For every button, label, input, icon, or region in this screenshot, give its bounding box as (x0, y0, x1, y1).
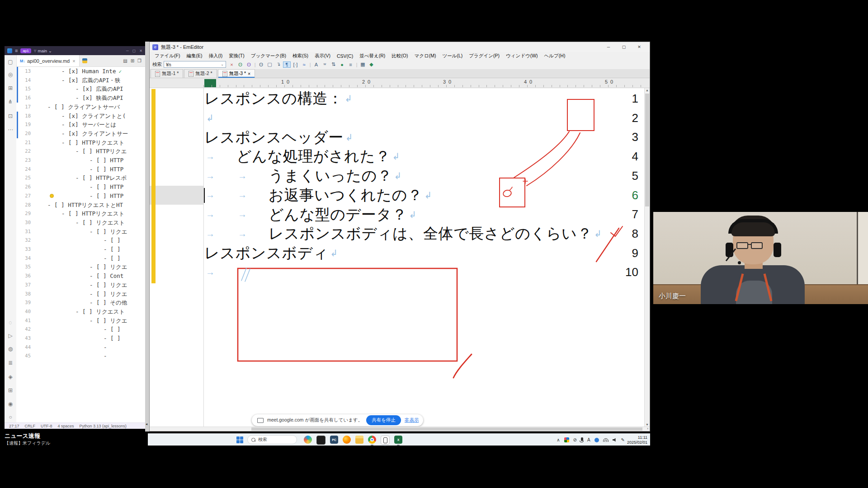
minimize-button[interactable]: ─ (126, 49, 129, 53)
pen-icon[interactable]: ✎ (621, 437, 625, 442)
profile-badge[interactable]: ap1 (20, 48, 31, 53)
csv-grid-icon[interactable]: ▦ (359, 61, 367, 67)
tree-row[interactable]: 39- [ ] その他 (16, 298, 145, 307)
find-prev-icon[interactable]: ʘ (236, 62, 244, 67)
teams-icon[interactable] (564, 437, 569, 442)
text-area[interactable]: meet.google.com が画面を共有しています。 共有を停止 非表示 1… (150, 88, 644, 427)
branch-indicator[interactable]: ⑂ main ⌄ (34, 48, 52, 53)
widgets-icon[interactable] (304, 436, 312, 444)
tab-api00-overview[interactable]: M↓ api00_overview.md × (16, 55, 80, 66)
tree-row[interactable]: 23- [ ] HTTP (16, 156, 145, 165)
scrollbar-thumb[interactable] (645, 94, 649, 206)
excel-icon[interactable]: X (394, 436, 402, 444)
menu-icon[interactable]: ≡ (15, 48, 18, 53)
close-button[interactable]: ✕ (139, 49, 142, 53)
tree-row[interactable]: 32- [ ] (16, 236, 145, 245)
editor-line[interactable]: 1レスポンスの構造：↲ (150, 89, 644, 108)
menu-item[interactable]: ウィンドウ(W) (503, 53, 541, 59)
tree-row[interactable]: 25- [ ] HTTPレスポ (16, 174, 145, 183)
tree-row[interactable]: 18- [x] クライアントと( (16, 112, 145, 121)
tree-row[interactable]: 34- [ ] (16, 254, 145, 263)
tray-expand-icon[interactable]: ∧ (557, 437, 560, 442)
document-tab[interactable]: 無題-2 * (184, 69, 217, 78)
menu-item[interactable]: マクロ(M) (411, 53, 439, 59)
status-item[interactable]: CRLF (25, 424, 36, 428)
tree-row[interactable]: 27- [ ] HTTP (16, 192, 145, 201)
close-button[interactable]: ✕ (632, 45, 647, 49)
mic-icon[interactable] (581, 437, 583, 441)
tree-row[interactable]: 40- [ ] リクエスト (16, 307, 145, 316)
menu-item[interactable]: 比較(O) (388, 53, 411, 59)
editor-line[interactable]: 4→どんな処理がされた？↲ (150, 147, 644, 166)
tree-row[interactable]: 42- [ ] (16, 325, 145, 334)
more-icon[interactable]: ⋯ (5, 127, 16, 133)
onedrive-icon[interactable] (594, 438, 599, 442)
tree-row[interactable]: 15- [x] 広義のAPI (16, 84, 145, 94)
status-item[interactable]: Python 3.13 (api_lessons) (80, 424, 127, 428)
menu-item[interactable]: ブックマーク(B) (248, 53, 289, 59)
grid-icon[interactable]: ⊞ (5, 387, 16, 394)
chevron-left-icon[interactable]: ◂ (146, 422, 147, 426)
scrollbar-thumb[interactable] (251, 427, 642, 431)
maximize-button[interactable]: ▢ (132, 49, 136, 53)
run-icon[interactable]: ▷ (5, 333, 16, 339)
firefox-icon[interactable] (343, 436, 351, 444)
plugin-icon[interactable]: ◆ (368, 61, 375, 67)
file-explorer-icon[interactable] (355, 436, 363, 444)
tree-row[interactable]: 45- (16, 352, 145, 361)
menu-item[interactable]: 変換(T) (226, 53, 247, 59)
outline-icon[interactable]: ▤ (123, 58, 127, 63)
tree-row[interactable]: 17- [ ] クライアントサーバ (16, 103, 145, 112)
whole-word-icon[interactable]: ʷ (321, 62, 329, 67)
find-next-icon[interactable]: ʘ (245, 62, 253, 67)
tree-row[interactable]: 22- [ ] HTTPリクエ (16, 147, 145, 156)
split-editor-icon[interactable]: ⊞ (131, 58, 134, 63)
editor-line[interactable]: 5→→うまくいったの？↲ (150, 166, 644, 186)
scroll-right-icon[interactable]: › (647, 427, 648, 431)
tree-row[interactable]: 21- [ ] HTTPリクエスト (16, 138, 145, 147)
menu-item[interactable]: プラグイン(P) (466, 53, 503, 59)
account-icon[interactable]: ○ (5, 414, 16, 420)
close-icon[interactable]: × (72, 58, 75, 64)
vertical-scrollbar[interactable]: ▲ ▼ (644, 88, 650, 427)
taskbar-search[interactable]: 検索 (247, 435, 297, 444)
ime-a-icon[interactable]: A (587, 437, 590, 442)
volume-icon[interactable] (613, 438, 617, 442)
document-tab[interactable]: 無題-1 * (151, 69, 183, 78)
clear-search-icon[interactable]: × (228, 62, 236, 67)
menu-item[interactable]: CSV(C) (334, 53, 356, 59)
search-icon[interactable]: ◎ (5, 71, 16, 78)
menu-item[interactable]: 並べ替え(R) (356, 53, 388, 59)
tree-row[interactable]: 43- [ ] (16, 334, 145, 343)
menu-item[interactable]: ファイル(F) (151, 53, 183, 59)
editor-line[interactable]: 9レスポンスボディ↲ (150, 244, 644, 263)
minimize-button[interactable]: ─ (601, 45, 616, 49)
tree-row[interactable]: 38- [ ] リクエ (16, 290, 145, 299)
tree-row[interactable]: 24- [ ] HTTP (16, 165, 145, 174)
markdown-outline-editor[interactable]: 13- [x] Human Inte✓14- [x] 広義のAPI・狭15- [… (16, 67, 145, 422)
tree-row[interactable]: 28- [ ] HTTPリクエストとHT (16, 201, 145, 210)
tree-row[interactable]: 13- [x] Human Inte✓ (16, 67, 145, 76)
lightbulb-icon[interactable] (50, 194, 54, 198)
status-item[interactable]: 4 spaces (58, 424, 74, 428)
dnd-icon[interactable]: ⊘ (573, 437, 577, 442)
editor-line[interactable]: 2↲ (150, 108, 644, 128)
record-macro-icon[interactable]: ● (338, 62, 346, 67)
wifi-icon[interactable] (603, 438, 609, 442)
wrap-icon[interactable]: ↴ (274, 61, 282, 67)
layers-icon[interactable]: ≣ (5, 360, 16, 366)
editor-line[interactable]: 10→ (150, 263, 644, 282)
menu-item[interactable]: 検索(S) (289, 53, 311, 59)
start-button[interactable] (236, 436, 243, 443)
editor-line[interactable]: 8→→レスポンスボディは、全体で長さどのくらい？↲ (150, 224, 644, 244)
tree-row[interactable]: 20- [x] クライアントサー (16, 129, 145, 138)
status-item[interactable]: UTF-8 (41, 424, 52, 428)
regex-icon[interactable]: ≈ (300, 62, 308, 67)
menu-item[interactable]: 編集(E) (183, 53, 205, 59)
tree-row[interactable]: 36- [ ] Cont (16, 272, 145, 281)
scroll-down-icon[interactable]: ▼ (646, 423, 649, 426)
taskbar-clock[interactable]: 11:11 2025/02/01 (627, 435, 647, 446)
sort-icon[interactable]: ⇅ (330, 61, 337, 67)
show-returns-icon[interactable]: ¶ (283, 61, 291, 68)
tree-row[interactable]: 29- [ ] HTTPリクエスト (16, 209, 145, 218)
